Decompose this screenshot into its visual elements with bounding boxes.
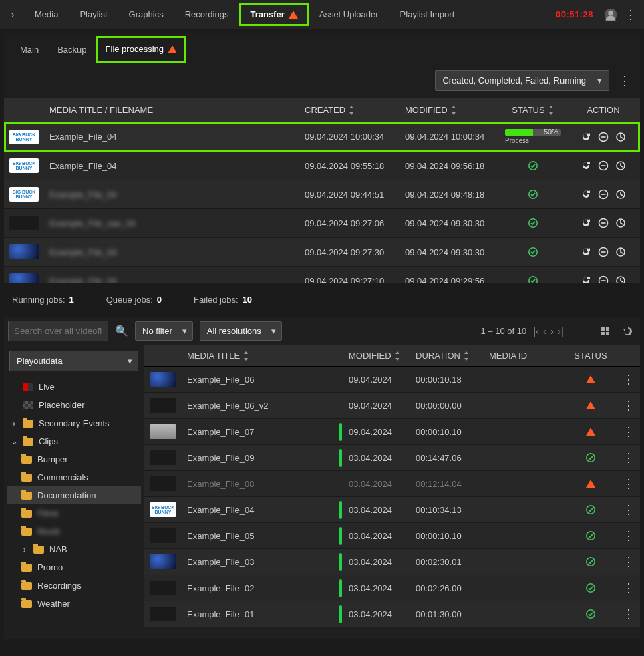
remove-icon[interactable] (598, 189, 609, 200)
topnav-item-playlist-import[interactable]: Playlist Import (389, 3, 466, 26)
topnav-item-graphics[interactable]: Graphics (118, 3, 174, 26)
tree-node-placeholder[interactable]: Placeholder (7, 396, 141, 414)
reload-icon[interactable] (581, 218, 591, 228)
tree-root-select[interactable]: Playoutdata (9, 351, 138, 371)
col-modified[interactable]: MODIFIED (399, 98, 500, 122)
remove-icon[interactable] (598, 160, 609, 171)
clock-display: 00:51:28 (556, 9, 593, 19)
topnav-item-asset-uploader[interactable]: Asset Uploader (309, 3, 389, 26)
tree-label: Musik (37, 526, 60, 536)
row-kebab-menu[interactable]: ⋮ (617, 472, 640, 495)
col-created[interactable]: CREATED (299, 98, 399, 122)
topnav-item-playlist[interactable]: Playlist (69, 3, 118, 26)
search-input[interactable] (8, 321, 108, 341)
tree-node-weather[interactable]: Weather (7, 595, 141, 613)
nav-expand-chevron[interactable]: › (5, 9, 20, 21)
page-prev-icon[interactable]: ‹ (543, 325, 546, 337)
lcol-duration[interactable]: DURATION (410, 345, 484, 366)
resolution-select[interactable]: All resolutions (200, 321, 282, 341)
table-row[interactable]: Example_File_0409.04.2024 09:27:3009.04.… (4, 238, 640, 267)
list-item[interactable]: Example_File_0609.04.202400:00:10.18⋮ (144, 367, 640, 393)
reload-icon[interactable] (581, 247, 591, 257)
tree-node-commercials[interactable]: Commercials (7, 468, 141, 486)
list-item[interactable]: Example_File_0103.04.202400:01:30.00⋮ (144, 601, 640, 627)
reload-icon[interactable] (581, 132, 591, 142)
lcol-title[interactable]: MEDIA TITLE (182, 345, 343, 366)
col-status[interactable]: STATUS (500, 98, 567, 122)
lcol-status[interactable]: STATUS (564, 345, 617, 366)
list-item[interactable]: Example_File_0709.04.202400:00:10.10⋮ (144, 419, 640, 445)
refresh-icon[interactable] (620, 323, 636, 339)
search-icon[interactable]: 🔍 (115, 325, 128, 337)
history-icon[interactable] (615, 247, 626, 257)
page-first-icon[interactable]: |‹ (533, 325, 539, 337)
status-filter-select[interactable]: Created, Completed, Failed, Running (435, 70, 609, 91)
history-icon[interactable] (615, 275, 626, 283)
tree-node-filme[interactable]: Filme (7, 504, 141, 522)
cell-action (567, 209, 640, 237)
table-row[interactable]: BIG BUCK BUNNYExample_File_0409.04.2024 … (4, 180, 640, 209)
history-icon[interactable] (615, 132, 626, 142)
subtab-backup[interactable]: Backup (48, 37, 96, 63)
row-kebab-menu[interactable]: ⋮ (617, 577, 640, 599)
tree-node-bumper[interactable]: Bumper (7, 450, 141, 468)
topnav-item-media[interactable]: Media (24, 3, 69, 26)
thumbnail (150, 424, 176, 439)
row-kebab-menu[interactable]: ⋮ (617, 394, 640, 417)
remove-icon[interactable] (598, 218, 609, 228)
list-item[interactable]: Example_File_06_v209.04.202400:00:00.00⋮ (144, 393, 640, 419)
user-account-icon[interactable] (603, 7, 619, 23)
remove-icon[interactable] (598, 247, 609, 257)
page-next-icon[interactable]: › (550, 325, 554, 337)
row-kebab-menu[interactable]: ⋮ (617, 446, 640, 469)
tree-node-live[interactable]: Live (7, 378, 141, 396)
tree-node-secondary-events[interactable]: ›Secondary Events (7, 414, 141, 432)
history-icon[interactable] (615, 189, 626, 200)
row-kebab-menu[interactable]: ⋮ (617, 368, 640, 391)
reload-icon[interactable] (581, 160, 591, 171)
subtab-file-processing[interactable]: File processing (96, 36, 186, 63)
twist-icon[interactable]: ⌄ (11, 436, 17, 446)
upper-kebab-menu[interactable]: ⋮ (615, 75, 635, 87)
tree-node-promo[interactable]: Promo (7, 558, 141, 577)
col-title[interactable]: MEDIA TITLE / FILENAME (44, 98, 299, 122)
history-icon[interactable] (615, 160, 626, 171)
tree-node-documentation[interactable]: Documentation (7, 486, 141, 504)
tree-node-recordings[interactable]: Recordings (7, 577, 141, 595)
table-row[interactable]: Example_File_raw_0409.04.2024 09:27:0609… (4, 209, 640, 238)
topnav-item-transfer[interactable]: Transfer (239, 3, 308, 26)
list-item[interactable]: Example_File_0903.04.202400:14:47.06⋮ (144, 445, 640, 471)
tree-node-nab[interactable]: ›NAB (7, 540, 141, 558)
grid-view-icon[interactable] (597, 323, 613, 339)
history-icon[interactable] (615, 218, 626, 228)
row-kebab-menu[interactable]: ⋮ (617, 550, 640, 573)
list-item[interactable]: Example_File_0203.04.202400:02:26.00⋮ (144, 575, 640, 601)
list-item[interactable]: Example_File_0303.04.202400:02:30.01⋮ (144, 549, 640, 575)
table-row[interactable]: BIG BUCK BUNNYExample_File_0409.04.2024 … (4, 122, 640, 152)
top-kebab-menu[interactable]: ⋮ (623, 7, 639, 23)
twist-icon[interactable]: › (11, 418, 17, 428)
lcol-modified[interactable]: MODIFIED (343, 345, 410, 366)
table-row[interactable]: Example_File_0409.04.2024 09:27:1009.04.… (4, 267, 640, 283)
list-item[interactable]: Example_File_0803.04.202400:12:14.04⋮ (144, 471, 640, 497)
remove-icon[interactable] (598, 275, 609, 283)
reload-icon[interactable] (581, 189, 591, 200)
row-kebab-menu[interactable]: ⋮ (617, 420, 640, 443)
subtab-main[interactable]: Main (11, 37, 48, 63)
reload-icon[interactable] (581, 275, 591, 283)
list-item[interactable]: Example_File_0503.04.202400:00:10.10⋮ (144, 523, 640, 549)
filter-select[interactable]: No filter (135, 321, 193, 341)
pagination-text: 1 – 10 of 10 (481, 326, 527, 336)
remove-icon[interactable] (598, 132, 609, 142)
tree-node-musik[interactable]: Musik (7, 522, 141, 540)
list-item[interactable]: BIG BUCK BUNNYExample_File_0403.04.20240… (144, 497, 640, 523)
row-kebab-menu[interactable]: ⋮ (617, 524, 640, 547)
row-kebab-menu[interactable]: ⋮ (617, 603, 640, 625)
table-row[interactable]: BIG BUCK BUNNYExample_File_0409.04.2024 … (4, 152, 640, 180)
page-last-icon[interactable]: ›| (558, 325, 564, 337)
row-kebab-menu[interactable]: ⋮ (617, 498, 640, 521)
twist-icon[interactable]: › (21, 544, 28, 554)
tree-node-clips[interactable]: ⌄Clips (7, 432, 141, 450)
topnav-item-recordings[interactable]: Recordings (174, 3, 240, 26)
lcol-mediaid[interactable]: MEDIA ID (484, 345, 564, 366)
